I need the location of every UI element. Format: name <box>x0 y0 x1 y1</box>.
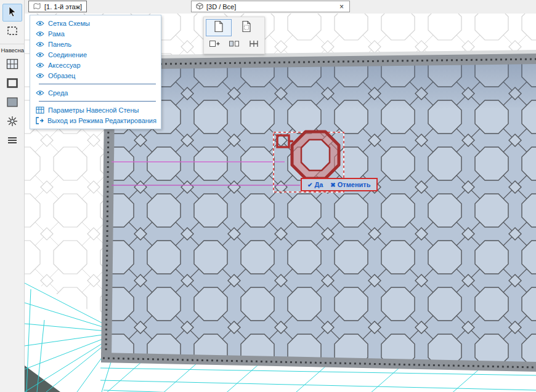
junction-icon <box>6 115 18 130</box>
menu-item-label: Панель <box>48 41 71 48</box>
panel-icon <box>6 97 18 110</box>
eye-icon <box>35 73 44 79</box>
menu-item-environment[interactable]: Среда <box>30 87 161 98</box>
accessory-tool[interactable] <box>2 132 22 150</box>
eye-icon <box>35 52 44 58</box>
marquee-icon <box>7 25 18 39</box>
menu-item-panel[interactable]: Панель <box>30 39 161 49</box>
confirm-yes-button[interactable]: ✔ Да <box>307 181 323 188</box>
scheme-grid-tool[interactable] <box>2 56 22 74</box>
floating-toolbar <box>203 17 265 54</box>
pair-icon <box>229 39 240 51</box>
pair-panels-button[interactable] <box>226 38 242 52</box>
menu-divider <box>39 84 156 84</box>
eye-icon <box>35 20 44 26</box>
marquee-tool[interactable] <box>2 23 22 41</box>
eye-icon <box>35 31 44 37</box>
menu-item-label: Аксессуар <box>48 62 81 69</box>
add-icon <box>209 39 220 51</box>
add-panel-button[interactable] <box>206 38 222 52</box>
context-menu: Сетка СхемыРамаПанельСоединениеАксессуар… <box>30 15 161 129</box>
confirm-cancel-button[interactable]: ✖ Отменить <box>330 181 370 188</box>
check-icon: ✔ <box>307 182 312 188</box>
menu-item-pattern[interactable]: Образец <box>30 70 161 81</box>
tab-bar: [1. 1-й этаж] [3D / Все] × <box>25 0 536 14</box>
panel-scheme-b-button[interactable] <box>233 19 259 36</box>
floating-toolbar-row-2 <box>206 38 262 52</box>
menu-item-accessory[interactable]: Аксессуар <box>30 60 161 70</box>
toolbar-general-tools <box>2 2 22 42</box>
confirm-yes-label: Да <box>314 181 323 188</box>
select-tool[interactable] <box>2 4 22 22</box>
panel-scheme-a-button[interactable] <box>206 19 232 36</box>
menu-item-exit-edit-mode[interactable]: Выход из Режима Редактирования <box>30 115 161 126</box>
frame-icon <box>6 78 18 91</box>
settings-grid-icon <box>35 106 44 114</box>
menu-item-frame[interactable]: Рама <box>30 28 161 39</box>
cross-icon: ✖ <box>330 182 335 188</box>
page2-icon <box>242 20 251 35</box>
3d-view-icon <box>196 2 203 11</box>
menu-item-label: Соединение <box>48 51 87 58</box>
left-toolbar: Навесна <box>0 0 25 392</box>
menu-item-label: Параметры Навесной Стены <box>48 106 139 114</box>
menu-item-label: Среда <box>48 89 68 97</box>
menu-divider <box>39 101 156 102</box>
toolbar-section-label: Навесна <box>0 44 25 55</box>
menu-item-label: Рама <box>48 30 65 38</box>
confirm-bar: ✔ Да ✖ Отменить <box>301 178 378 191</box>
menu-item-label: Образец <box>48 72 75 79</box>
confirm-cancel-label: Отменить <box>338 181 371 188</box>
exit-icon <box>35 117 44 124</box>
distribute-icon <box>248 39 259 51</box>
page-icon <box>214 20 224 35</box>
application-window: ✔ Да ✖ Отменить Навесна [1. 1-й этаж] [3… <box>0 0 536 392</box>
eye-icon <box>35 90 44 96</box>
panel-tool[interactable] <box>2 94 22 112</box>
tab-3d-all[interactable]: [3D / Все] × <box>191 1 350 12</box>
menu-item-label: Выход из Режима Редактирования <box>47 117 156 124</box>
tab-3d-all-label: [3D / Все] <box>206 3 236 10</box>
grid-icon <box>6 58 18 72</box>
eye-icon <box>35 41 44 47</box>
tab-close-icon[interactable]: × <box>338 3 345 10</box>
floor-plan-icon <box>33 2 41 11</box>
menu-item-label: Сетка Схемы <box>48 20 90 27</box>
tab-floor-plan[interactable]: [1. 1-й этаж] <box>28 1 87 12</box>
eye-icon <box>35 62 44 68</box>
floating-toolbar-row-1 <box>206 19 262 36</box>
junction-tool[interactable] <box>2 113 22 131</box>
menu-item-cw-settings[interactable]: Параметры Навесной Стены <box>30 105 161 115</box>
menu-item-junction[interactable]: Соединение <box>30 49 161 60</box>
accessory-icon <box>6 135 18 148</box>
curtain-wall[interactable] <box>101 50 536 372</box>
frame-tool[interactable] <box>2 75 22 93</box>
distribute-panels-button[interactable] <box>246 38 262 52</box>
menu-item-scheme-grid[interactable]: Сетка Схемы <box>30 18 161 28</box>
tab-floor-plan-label: [1. 1-й этаж] <box>44 3 82 10</box>
toolbar-curtain-wall-tools <box>2 55 22 151</box>
cursor-icon <box>7 6 18 20</box>
